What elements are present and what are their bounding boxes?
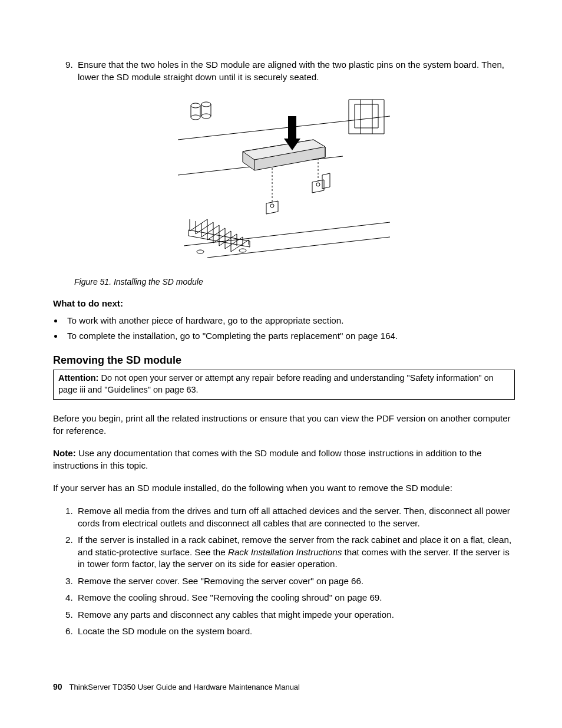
step-6: Locate the SD module on the system board… [75,625,515,638]
if-server-paragraph: If your server has an SD module installe… [53,482,515,495]
svg-line-2 [184,222,390,246]
svg-line-21 [190,219,207,231]
step-4: Remove the cooling shroud. See "Removing… [75,592,515,604]
list-item-step-9: Ensure that the two holes in the SD modu… [75,59,515,83]
svg-line-22 [196,222,213,234]
svg-rect-16 [288,116,296,140]
svg-point-4 [191,115,200,120]
footer-title: ThinkServer TD350 User Guide and Hardwar… [70,683,300,691]
continued-ordered-list: Ensure that the two holes in the SD modu… [53,59,515,83]
step-5: Remove any parts and disconnect any cabl… [75,609,515,621]
before-you-begin-paragraph: Before you begin, print all the related … [53,413,515,437]
note-paragraph: Note: Use any documentation that comes w… [53,447,515,472]
svg-point-19 [270,204,274,207]
section-heading-removing-sd: Removing the SD module [53,353,515,367]
step-9-text: Ensure that the two holes in the SD modu… [78,60,504,82]
svg-point-7 [191,103,200,108]
note-label: Note: [53,448,76,458]
page-footer: 90ThinkServer TD350 User Guide and Hardw… [53,681,300,693]
step-3: Remove the server cover. See "Removing t… [75,575,515,588]
step-2-italic: Rack Installation Instructions [228,547,342,557]
attention-label: Attention: [58,373,98,383]
step-2: If the server is installed in a rack cab… [75,534,515,571]
what-next-item-1: To work with another piece of hardware, … [64,315,515,327]
svg-point-11 [201,102,211,107]
step-1: Remove all media from the drives and tur… [75,505,515,529]
svg-point-20 [316,183,320,186]
removal-steps-list: Remove all media from the drives and tur… [53,505,515,638]
note-text: Use any documentation that comes with th… [53,448,482,470]
attention-box: Attention: Do not open your server or at… [53,370,515,400]
svg-point-41 [239,249,246,252]
document-page: Ensure that the two holes in the SD modu… [0,0,562,728]
what-next-list: To work with another piece of hardware, … [53,315,515,342]
svg-point-8 [201,114,211,118]
attention-text: Do not open your server or attempt any r… [58,373,494,394]
figure-caption: Figure 51. Installing the SD module [74,276,515,288]
svg-point-40 [197,250,204,253]
what-next-item-2: To complete the installation, go to "Com… [64,330,515,342]
sd-module-install-diagram [172,98,396,263]
what-to-do-next-heading: What to do next: [53,298,515,310]
figure-51-illustration [53,98,515,267]
page-number: 90 [53,682,62,691]
